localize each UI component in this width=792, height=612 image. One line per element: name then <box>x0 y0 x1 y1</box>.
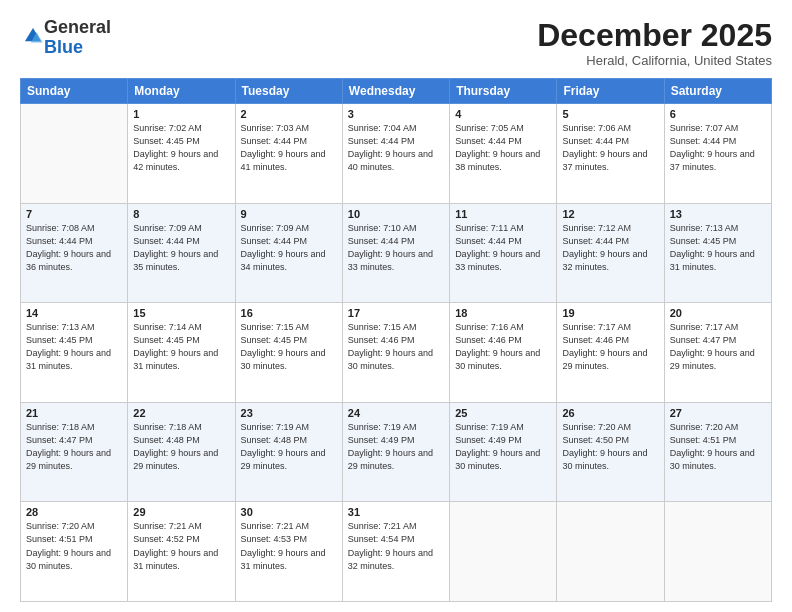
day-detail: Sunrise: 7:13 AM Sunset: 4:45 PM Dayligh… <box>670 222 766 274</box>
day-number: 24 <box>348 407 444 419</box>
calendar-week-row: 1Sunrise: 7:02 AM Sunset: 4:45 PM Daylig… <box>21 104 772 204</box>
day-detail: Sunrise: 7:17 AM Sunset: 4:47 PM Dayligh… <box>670 321 766 373</box>
day-number: 22 <box>133 407 229 419</box>
day-number: 23 <box>241 407 337 419</box>
day-detail: Sunrise: 7:02 AM Sunset: 4:45 PM Dayligh… <box>133 122 229 174</box>
day-detail: Sunrise: 7:05 AM Sunset: 4:44 PM Dayligh… <box>455 122 551 174</box>
calendar-table: SundayMondayTuesdayWednesdayThursdayFrid… <box>20 78 772 602</box>
day-number: 31 <box>348 506 444 518</box>
calendar-day-cell: 2Sunrise: 7:03 AM Sunset: 4:44 PM Daylig… <box>235 104 342 204</box>
calendar-week-row: 21Sunrise: 7:18 AM Sunset: 4:47 PM Dayli… <box>21 402 772 502</box>
day-number: 21 <box>26 407 122 419</box>
day-detail: Sunrise: 7:04 AM Sunset: 4:44 PM Dayligh… <box>348 122 444 174</box>
calendar-day-cell: 3Sunrise: 7:04 AM Sunset: 4:44 PM Daylig… <box>342 104 449 204</box>
calendar-day-cell: 18Sunrise: 7:16 AM Sunset: 4:46 PM Dayli… <box>450 303 557 403</box>
logo-general: General <box>44 17 111 37</box>
calendar-day-cell: 10Sunrise: 7:10 AM Sunset: 4:44 PM Dayli… <box>342 203 449 303</box>
calendar-day-cell: 29Sunrise: 7:21 AM Sunset: 4:52 PM Dayli… <box>128 502 235 602</box>
day-number: 30 <box>241 506 337 518</box>
calendar-day-cell: 11Sunrise: 7:11 AM Sunset: 4:44 PM Dayli… <box>450 203 557 303</box>
day-number: 13 <box>670 208 766 220</box>
day-number: 27 <box>670 407 766 419</box>
day-number: 12 <box>562 208 658 220</box>
day-number: 1 <box>133 108 229 120</box>
day-number: 5 <box>562 108 658 120</box>
day-detail: Sunrise: 7:20 AM Sunset: 4:51 PM Dayligh… <box>26 520 122 572</box>
calendar-day-cell: 16Sunrise: 7:15 AM Sunset: 4:45 PM Dayli… <box>235 303 342 403</box>
calendar-day-cell: 8Sunrise: 7:09 AM Sunset: 4:44 PM Daylig… <box>128 203 235 303</box>
calendar-day-cell: 9Sunrise: 7:09 AM Sunset: 4:44 PM Daylig… <box>235 203 342 303</box>
day-detail: Sunrise: 7:12 AM Sunset: 4:44 PM Dayligh… <box>562 222 658 274</box>
day-detail: Sunrise: 7:21 AM Sunset: 4:54 PM Dayligh… <box>348 520 444 572</box>
calendar-day-cell: 5Sunrise: 7:06 AM Sunset: 4:44 PM Daylig… <box>557 104 664 204</box>
day-detail: Sunrise: 7:16 AM Sunset: 4:46 PM Dayligh… <box>455 321 551 373</box>
calendar-day-cell: 28Sunrise: 7:20 AM Sunset: 4:51 PM Dayli… <box>21 502 128 602</box>
day-detail: Sunrise: 7:11 AM Sunset: 4:44 PM Dayligh… <box>455 222 551 274</box>
day-number: 18 <box>455 307 551 319</box>
day-detail: Sunrise: 7:21 AM Sunset: 4:53 PM Dayligh… <box>241 520 337 572</box>
logo-blue: Blue <box>44 37 83 57</box>
logo-text: General Blue <box>44 18 111 58</box>
day-detail: Sunrise: 7:09 AM Sunset: 4:44 PM Dayligh… <box>133 222 229 274</box>
day-detail: Sunrise: 7:15 AM Sunset: 4:45 PM Dayligh… <box>241 321 337 373</box>
day-detail: Sunrise: 7:14 AM Sunset: 4:45 PM Dayligh… <box>133 321 229 373</box>
calendar-day-cell: 21Sunrise: 7:18 AM Sunset: 4:47 PM Dayli… <box>21 402 128 502</box>
day-detail: Sunrise: 7:18 AM Sunset: 4:47 PM Dayligh… <box>26 421 122 473</box>
calendar-day-cell <box>664 502 771 602</box>
day-detail: Sunrise: 7:06 AM Sunset: 4:44 PM Dayligh… <box>562 122 658 174</box>
day-number: 2 <box>241 108 337 120</box>
day-detail: Sunrise: 7:19 AM Sunset: 4:49 PM Dayligh… <box>348 421 444 473</box>
day-number: 17 <box>348 307 444 319</box>
title-block: December 2025 Herald, California, United… <box>537 18 772 68</box>
calendar-week-row: 14Sunrise: 7:13 AM Sunset: 4:45 PM Dayli… <box>21 303 772 403</box>
calendar-day-cell <box>450 502 557 602</box>
day-number: 6 <box>670 108 766 120</box>
day-detail: Sunrise: 7:17 AM Sunset: 4:46 PM Dayligh… <box>562 321 658 373</box>
day-number: 9 <box>241 208 337 220</box>
weekday-header: Saturday <box>664 79 771 104</box>
weekday-header: Sunday <box>21 79 128 104</box>
logo-icon <box>22 25 44 47</box>
calendar-day-cell: 26Sunrise: 7:20 AM Sunset: 4:50 PM Dayli… <box>557 402 664 502</box>
day-detail: Sunrise: 7:15 AM Sunset: 4:46 PM Dayligh… <box>348 321 444 373</box>
calendar-day-cell: 20Sunrise: 7:17 AM Sunset: 4:47 PM Dayli… <box>664 303 771 403</box>
day-number: 19 <box>562 307 658 319</box>
calendar-day-cell: 23Sunrise: 7:19 AM Sunset: 4:48 PM Dayli… <box>235 402 342 502</box>
day-detail: Sunrise: 7:07 AM Sunset: 4:44 PM Dayligh… <box>670 122 766 174</box>
day-detail: Sunrise: 7:09 AM Sunset: 4:44 PM Dayligh… <box>241 222 337 274</box>
location: Herald, California, United States <box>537 53 772 68</box>
weekday-header: Tuesday <box>235 79 342 104</box>
calendar-day-cell: 7Sunrise: 7:08 AM Sunset: 4:44 PM Daylig… <box>21 203 128 303</box>
month-title: December 2025 <box>537 18 772 53</box>
day-number: 3 <box>348 108 444 120</box>
day-number: 20 <box>670 307 766 319</box>
day-number: 7 <box>26 208 122 220</box>
day-detail: Sunrise: 7:19 AM Sunset: 4:49 PM Dayligh… <box>455 421 551 473</box>
day-detail: Sunrise: 7:20 AM Sunset: 4:51 PM Dayligh… <box>670 421 766 473</box>
calendar-week-row: 28Sunrise: 7:20 AM Sunset: 4:51 PM Dayli… <box>21 502 772 602</box>
day-number: 26 <box>562 407 658 419</box>
day-detail: Sunrise: 7:08 AM Sunset: 4:44 PM Dayligh… <box>26 222 122 274</box>
calendar-day-cell: 6Sunrise: 7:07 AM Sunset: 4:44 PM Daylig… <box>664 104 771 204</box>
day-number: 28 <box>26 506 122 518</box>
day-detail: Sunrise: 7:03 AM Sunset: 4:44 PM Dayligh… <box>241 122 337 174</box>
day-number: 4 <box>455 108 551 120</box>
day-detail: Sunrise: 7:20 AM Sunset: 4:50 PM Dayligh… <box>562 421 658 473</box>
weekday-header: Monday <box>128 79 235 104</box>
day-detail: Sunrise: 7:13 AM Sunset: 4:45 PM Dayligh… <box>26 321 122 373</box>
day-number: 16 <box>241 307 337 319</box>
calendar-day-cell: 17Sunrise: 7:15 AM Sunset: 4:46 PM Dayli… <box>342 303 449 403</box>
header: General Blue December 2025 Herald, Calif… <box>20 18 772 68</box>
calendar-day-cell: 24Sunrise: 7:19 AM Sunset: 4:49 PM Dayli… <box>342 402 449 502</box>
day-number: 29 <box>133 506 229 518</box>
day-number: 10 <box>348 208 444 220</box>
calendar-day-cell: 22Sunrise: 7:18 AM Sunset: 4:48 PM Dayli… <box>128 402 235 502</box>
weekday-header: Friday <box>557 79 664 104</box>
day-detail: Sunrise: 7:10 AM Sunset: 4:44 PM Dayligh… <box>348 222 444 274</box>
calendar-day-cell: 30Sunrise: 7:21 AM Sunset: 4:53 PM Dayli… <box>235 502 342 602</box>
day-number: 8 <box>133 208 229 220</box>
calendar-day-cell: 13Sunrise: 7:13 AM Sunset: 4:45 PM Dayli… <box>664 203 771 303</box>
calendar-day-cell: 14Sunrise: 7:13 AM Sunset: 4:45 PM Dayli… <box>21 303 128 403</box>
day-detail: Sunrise: 7:19 AM Sunset: 4:48 PM Dayligh… <box>241 421 337 473</box>
calendar-day-cell <box>21 104 128 204</box>
